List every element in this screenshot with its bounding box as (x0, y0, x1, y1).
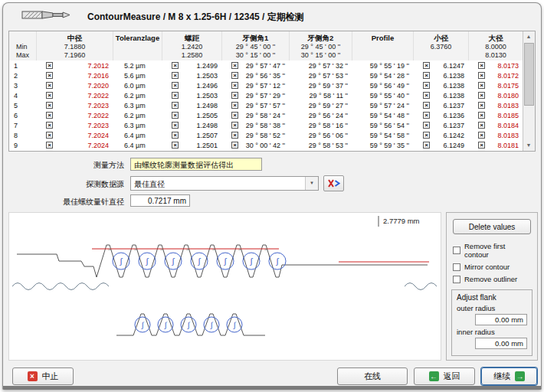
row-checkbox[interactable]: × (478, 72, 485, 79)
row-checkbox[interactable]: × (46, 72, 53, 79)
table-row[interactable]: 4 × 7.2022 6.2 µm × 1.2503 × 29 ° 57 ' 2… (9, 90, 523, 100)
row-checkbox[interactable]: × (46, 62, 53, 69)
row-checkbox[interactable]: × (478, 102, 485, 109)
cell-minor-diameter: × 6.1247 (414, 62, 469, 70)
back-button[interactable]: ← 返回 (414, 368, 475, 385)
table-row[interactable]: 5 × 7.2023 6.3 µm × 1.2498 × 29 ° 57 ' 5… (9, 100, 523, 110)
row-checkbox[interactable]: × (231, 132, 238, 139)
row-checkbox[interactable]: × (423, 92, 430, 99)
cell-pitch: × 1.2507 (162, 132, 222, 139)
checkbox-box[interactable] (453, 263, 460, 271)
row-number: 7 (9, 122, 37, 129)
row-checkbox[interactable]: × (46, 92, 53, 99)
row-checkbox[interactable]: × (231, 112, 238, 119)
inner-radius-field[interactable]: 0.00 mm (475, 338, 527, 349)
remove-outliner-checkbox[interactable]: Remove outliner (453, 275, 531, 283)
row-checkbox[interactable]: × (172, 142, 179, 149)
pitch-value: 1.2499 (196, 62, 218, 70)
row-checkbox[interactable]: × (478, 122, 485, 129)
row-checkbox[interactable]: × (478, 92, 485, 99)
row-checkbox[interactable]: × (423, 112, 430, 119)
scroll-up-icon[interactable]: ▲ (523, 31, 534, 42)
row-checkbox[interactable]: × (46, 142, 53, 149)
remove-first-contour-checkbox[interactable]: Remove first contour (453, 242, 531, 259)
table-row[interactable]: 9 × 7.2024 6.4 µm × 1.2501 × 30 ° 00 ' 4… (9, 140, 523, 150)
header-label: 螺距 (162, 33, 221, 43)
table-row[interactable]: 2 × 7.2016 5.6 µm × 1.2503 × 29 ° 56 ' 3… (9, 70, 523, 80)
row-checkbox[interactable]: × (423, 102, 430, 109)
source-dropdown[interactable]: 最佳直径 ▼ (130, 176, 319, 191)
major-diameter-value: 8.0180 (497, 92, 519, 100)
row-checkbox[interactable]: × (46, 102, 53, 109)
row-checkbox[interactable]: × (478, 112, 485, 119)
wire-diameter-field[interactable]: 0.7217 mm (130, 194, 190, 207)
row-checkbox[interactable]: × (172, 72, 179, 79)
row-checkbox[interactable]: × (423, 122, 430, 129)
scrollbar-thumb[interactable] (524, 43, 534, 106)
flank-angle-1-value: 29 ° 58 ' 52 '' (246, 132, 285, 139)
online-button[interactable]: 在线 (337, 368, 408, 385)
table-row[interactable]: 6 × 7.2022 6.2 µm × 1.2505 × 29 ° 58 ' 2… (9, 110, 523, 120)
pitch-diameter-value: 7.2012 (87, 62, 109, 70)
row-checkbox[interactable]: × (423, 132, 430, 139)
row-checkbox[interactable]: × (172, 102, 179, 109)
row-checkbox[interactable]: × (478, 132, 485, 139)
row-checkbox[interactable]: × (231, 62, 238, 69)
flank-angle-1-value: 29 ° 57 ' 57 '' (246, 102, 285, 109)
row-checkbox[interactable]: × (423, 62, 430, 69)
row-checkbox[interactable]: × (172, 112, 179, 119)
checkbox-box[interactable] (453, 276, 460, 283)
mirror-contour-checkbox[interactable]: Mirror contour (453, 263, 531, 271)
svg-text:×: × (264, 246, 268, 253)
outer-radius-field[interactable]: 0.00 mm (475, 314, 527, 325)
svg-text:∫: ∫ (141, 321, 145, 329)
table-scrollbar[interactable]: ▲ ▼ (523, 31, 535, 151)
row-checkbox[interactable]: × (172, 92, 179, 99)
row-checkbox[interactable]: × (172, 132, 179, 139)
lower-circle-glyphs: ∫∫∫ ∫∫ (141, 321, 237, 329)
checkbox-box[interactable] (453, 247, 460, 254)
row-checkbox[interactable]: × (172, 62, 179, 69)
recalculate-button[interactable] (323, 175, 344, 191)
table-row[interactable]: 3 × 7.2020 6.0 µm × 1.2496 × 29 ° 57 ' 1… (9, 80, 523, 90)
upper-circle-glyphs: ∫∫∫ ∫∫∫ ∫ (119, 256, 279, 266)
row-checkbox[interactable]: × (231, 72, 238, 79)
row-checkbox[interactable]: × (478, 82, 485, 89)
cell-flank-angle-2: 29 ° 58 ' 11 '' (290, 92, 352, 100)
header-label: 牙侧角1 (222, 33, 289, 43)
row-checkbox[interactable]: × (231, 102, 238, 109)
continue-button[interactable]: 继续 → (481, 368, 537, 385)
row-checkbox[interactable]: × (46, 132, 53, 139)
table-header: Min Max 中径 7.1880 7.1960 Toleranzlage 螺距… (9, 31, 523, 61)
cell-major-diameter: × 8.0172 (469, 72, 523, 80)
row-checkbox[interactable]: × (231, 142, 238, 149)
method-field[interactable]: 由螺纹轮廓测量数据评估得出 (130, 158, 262, 171)
table-row[interactable]: 8 × 7.2024 6.4 µm × 1.2507 × 29 ° 58 ' 5… (9, 130, 523, 140)
row-checkbox[interactable]: × (478, 62, 485, 69)
header-max: 30 ° 15 ' 00 '' (222, 51, 289, 60)
chevron-down-icon[interactable]: ▼ (305, 177, 318, 190)
row-checkbox[interactable]: × (423, 142, 430, 149)
row-checkbox[interactable]: × (231, 92, 238, 99)
table-row[interactable]: 7 × 7.2023 6.3 µm × 1.2498 × 29 ° 58 ' 3… (9, 120, 523, 130)
svg-text:∫: ∫ (223, 256, 227, 266)
row-checkbox[interactable]: × (46, 122, 53, 129)
svg-text:×: × (108, 246, 112, 253)
table-row[interactable]: 1 × 7.2012 5.2 µm × 1.2499 × 29 ° 57 ' 4… (9, 60, 523, 70)
row-checkbox[interactable]: × (478, 142, 485, 149)
major-diameter-value: 8.0183 (497, 102, 519, 109)
cell-pitch: × 1.2496 (162, 82, 222, 90)
row-checkbox[interactable]: × (231, 82, 238, 89)
delete-values-button[interactable]: Delete values (453, 219, 531, 234)
row-checkbox[interactable]: × (231, 122, 238, 129)
row-checkbox[interactable]: × (46, 82, 53, 89)
row-checkbox[interactable]: × (172, 82, 179, 89)
row-checkbox[interactable]: × (172, 122, 179, 129)
row-checkbox[interactable]: × (423, 82, 430, 89)
row-checkbox[interactable]: × (423, 72, 430, 79)
minor-diameter-value: 6.1242 (443, 132, 464, 139)
cell-pitch-diameter: × 7.2024 (37, 142, 113, 149)
abort-button[interactable]: × 中止 (12, 368, 74, 385)
scroll-down-icon[interactable]: ▼ (523, 140, 534, 151)
row-checkbox[interactable]: × (46, 112, 53, 119)
